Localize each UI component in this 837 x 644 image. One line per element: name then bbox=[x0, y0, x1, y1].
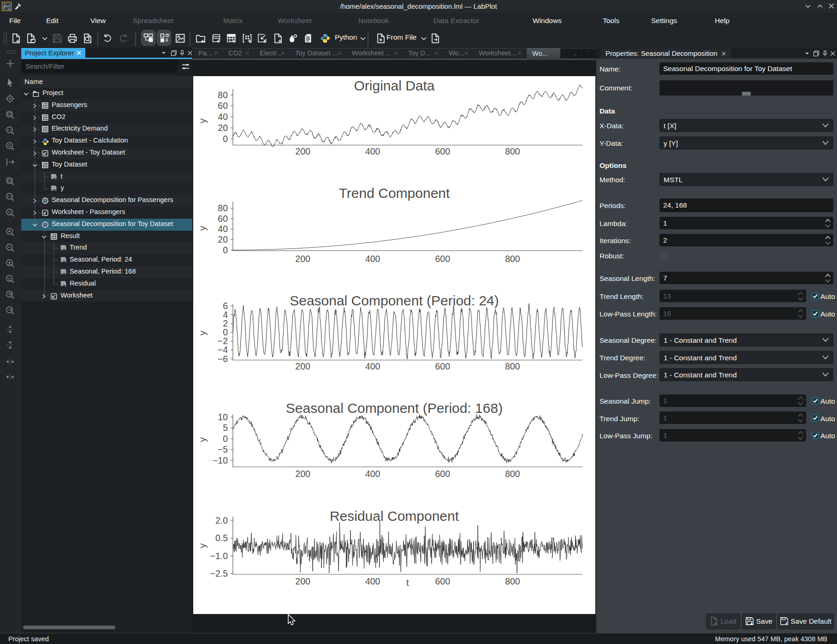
svg-text:80: 80 bbox=[218, 203, 228, 213]
svg-text:400: 400 bbox=[365, 576, 380, 586]
svg-text:y: y bbox=[197, 330, 208, 335]
svg-text:80: 80 bbox=[218, 90, 228, 100]
svg-text:200: 200 bbox=[295, 146, 310, 156]
svg-text:t: t bbox=[406, 577, 409, 588]
svg-text:400: 400 bbox=[365, 469, 380, 479]
svg-text:0.5: 0.5 bbox=[215, 533, 228, 543]
svg-text:600: 600 bbox=[435, 469, 451, 479]
svg-text:Seasonal Component (Period: 16: Seasonal Component (Period: 168) bbox=[286, 400, 503, 416]
svg-text:0: 0 bbox=[223, 245, 228, 255]
svg-text:40: 40 bbox=[218, 112, 228, 122]
svg-text:600: 600 bbox=[435, 576, 451, 586]
svg-text:20: 20 bbox=[218, 234, 228, 244]
svg-text:Original Data: Original Data bbox=[354, 78, 434, 93]
svg-text:−6: −6 bbox=[218, 354, 228, 364]
svg-text:400: 400 bbox=[365, 254, 380, 264]
svg-text:60: 60 bbox=[218, 101, 228, 111]
svg-text:200: 200 bbox=[295, 361, 310, 371]
svg-text:400: 400 bbox=[365, 146, 380, 156]
svg-text:5: 5 bbox=[223, 423, 228, 433]
svg-text:Seasonal Component (Period: 24: Seasonal Component (Period: 24) bbox=[290, 293, 499, 308]
svg-text:800: 800 bbox=[505, 469, 520, 479]
svg-text:200: 200 bbox=[295, 469, 310, 479]
svg-text:Trend Component: Trend Component bbox=[339, 185, 450, 201]
svg-text:800: 800 bbox=[505, 254, 520, 264]
svg-text:800: 800 bbox=[505, 146, 520, 156]
svg-text:40: 40 bbox=[218, 224, 228, 234]
svg-text:−5: −5 bbox=[218, 444, 228, 454]
svg-text:400: 400 bbox=[365, 361, 380, 371]
svg-text:10: 10 bbox=[218, 412, 228, 422]
svg-text:y: y bbox=[197, 118, 208, 123]
svg-text:−10: −10 bbox=[213, 455, 228, 465]
svg-text:−2.5: −2.5 bbox=[210, 568, 228, 578]
svg-text:200: 200 bbox=[295, 576, 310, 586]
svg-text:y: y bbox=[197, 437, 208, 442]
svg-text:600: 600 bbox=[435, 146, 451, 156]
svg-text:600: 600 bbox=[435, 254, 451, 264]
svg-text:600: 600 bbox=[435, 361, 451, 371]
svg-text:2.0: 2.0 bbox=[215, 515, 228, 525]
svg-text:0: 0 bbox=[223, 434, 228, 444]
svg-text:y: y bbox=[197, 226, 208, 231]
svg-text:800: 800 bbox=[505, 361, 520, 371]
svg-text:200: 200 bbox=[295, 254, 310, 264]
svg-text:60: 60 bbox=[218, 214, 228, 224]
svg-text:Residual Component: Residual Component bbox=[330, 508, 459, 524]
svg-text:y: y bbox=[197, 543, 208, 548]
svg-text:0: 0 bbox=[223, 134, 228, 144]
svg-text:800: 800 bbox=[505, 576, 520, 586]
svg-text:20: 20 bbox=[218, 123, 228, 133]
svg-text:−1.0: −1.0 bbox=[210, 551, 228, 561]
